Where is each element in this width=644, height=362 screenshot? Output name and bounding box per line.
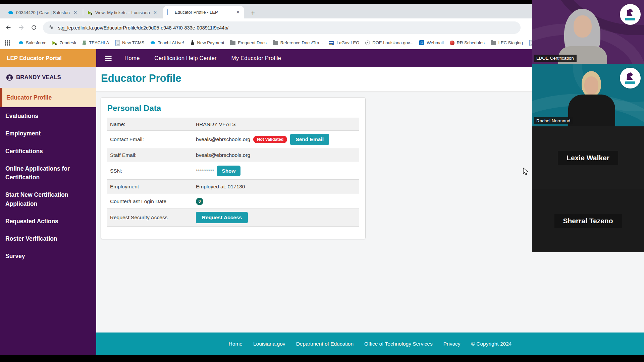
footer-link-office-of-technology[interactable]: Office of Technology Services [364, 341, 433, 347]
user-circle-icon [6, 74, 13, 81]
bookmark-lagov-leo[interactable]: LaGov LEO [326, 39, 362, 47]
row-login-counter: Counter/Last Login Date 0 [107, 194, 359, 209]
video-tile-rachel-normand[interactable]: Rachel Normand [532, 64, 644, 126]
bookmark-teachla[interactable]: TEACHLA [79, 39, 112, 47]
row-contact-email: Contact Email: bveals@ebrschools.org Not… [107, 131, 359, 148]
nav-my-educator-profile[interactable]: My Educator Profile [231, 55, 281, 62]
salesforce-cloud-icon [18, 40, 23, 45]
folder-icon [491, 41, 496, 45]
sidebar-item-employment[interactable]: Employment [0, 125, 96, 142]
footer-link-louisiana-gov[interactable]: Louisiana.gov [253, 341, 285, 347]
tab-close-icon[interactable]: ✕ [153, 10, 158, 15]
tab-zendesk-tickets[interactable]: View: My tickets – Louisiana De ✕ [85, 7, 161, 18]
bookmark-reference-docs[interactable]: Reference Docs/Tra... [270, 39, 326, 47]
person-icon [190, 40, 195, 45]
forward-icon[interactable] [17, 23, 25, 32]
bookmark-teachlalive[interactable]: TeachLALive! [147, 39, 187, 47]
footer-link-department-of-education[interactable]: Department of Education [296, 341, 354, 347]
bookmark-new-tcms[interactable]: New TCMS [112, 39, 147, 47]
footer-copyright: © Copyright 2024 [471, 341, 512, 347]
sidebar-item-evaluations[interactable]: Evaluations [0, 107, 96, 125]
participant-face [574, 15, 592, 38]
participant-shoulders [568, 95, 615, 126]
tab-title: Educator Profile - LEP [175, 10, 233, 15]
lep-document-icon [167, 10, 172, 15]
bookmark-zendesk[interactable]: Zendesk [49, 39, 79, 47]
bookmarks-bar: Salesforce Zendesk TEACHLA New TCMS Teac… [0, 37, 532, 49]
teachla-state-icon [82, 41, 87, 45]
bookmark-webmail[interactable]: O Webmail [416, 39, 446, 47]
request-access-button[interactable]: Request Access [196, 212, 248, 223]
user-name: BRANDY VEALS [16, 74, 61, 81]
sidebar-item-roster-verification[interactable]: Roster Verification [0, 230, 96, 247]
participant-name-label: Rachel Normand [534, 117, 573, 124]
video-call-panel: LDOE Certification Rachel Normand Lexie … [532, 0, 644, 252]
lagov-flag-icon [329, 41, 334, 45]
not-validated-badge: Not Validated [253, 136, 287, 143]
ldoe-logo-icon [620, 68, 641, 88]
document-icon [115, 40, 120, 46]
bookmark-frequent-docs[interactable]: Frequent Docs [227, 39, 269, 47]
video-tile-lexie-walker[interactable]: Lexie Walker [532, 126, 644, 189]
participant-name-label: LDOE Certification [534, 55, 577, 62]
folder-icon [273, 41, 278, 45]
name-value: BRANDY VEALS [196, 121, 236, 127]
tab-close-icon[interactable]: ✕ [235, 10, 240, 15]
tab-close-icon[interactable]: ✕ [73, 10, 78, 15]
tab-title: View: My tickets – Louisiana De [95, 10, 150, 15]
address-bar[interactable]: stg_lep.edlink.la.gov/EducatorProfile/dc… [43, 21, 521, 34]
row-employment: Employment Employed at: 017130 [107, 180, 359, 194]
participant-name-label: Sherral Tezeno [554, 214, 622, 228]
red-ball-icon [450, 41, 454, 45]
tab-salesforce-case[interactable]: 00344420 | Case | Salesforce ✕ [5, 7, 81, 18]
sidebar-item-educator-profile[interactable]: Educator Profile [0, 88, 96, 107]
sidebar-item-start-new-certification[interactable]: Start New Certification Application [0, 186, 86, 213]
salesforce-cloud-icon [150, 40, 155, 45]
outlook-icon: O [419, 40, 424, 45]
hamburger-menu-icon[interactable] [105, 56, 112, 61]
new-tab-button[interactable]: + [248, 8, 258, 18]
card-title: Personal Data [101, 98, 365, 113]
tab-strip: 00344420 | Case | Salesforce ✕ View: My … [0, 4, 532, 18]
url-text: stg_lep.edlink.la.gov/EducatorProfile/dc… [58, 25, 228, 31]
footer-link-privacy[interactable]: Privacy [443, 341, 461, 347]
video-tile-ldoe-certification[interactable]: LDOE Certification [532, 0, 644, 64]
footer-link-home[interactable]: Home [229, 341, 243, 347]
row-staff-email: Staff Email: bveals@ebrschools.org [107, 148, 359, 162]
video-tile-sherral-tezeno[interactable]: Sherral Tezeno [532, 189, 644, 252]
nav-certification-help-center[interactable]: Certification Help Center [154, 55, 216, 62]
bookmark-new-payment[interactable]: New Payment [187, 39, 227, 47]
page-title: Educator Profile [101, 72, 181, 84]
bookmark-doe-louisiana[interactable]: DOE.Louisiana.gov... [362, 39, 416, 47]
site-info-icon[interactable] [48, 24, 54, 31]
participant-name-label: Lexie Walker [558, 151, 618, 165]
portal-brand: LEP Educator Portal [0, 49, 96, 67]
login-counter-badge: 0 [196, 198, 203, 205]
show-ssn-button[interactable]: Show [217, 166, 240, 176]
sidebar-item-online-applications[interactable]: Online Applications for Certification [0, 160, 86, 186]
zendesk-icon [52, 41, 57, 45]
row-security-access: Request Security Access Request Access [107, 209, 359, 227]
zendesk-icon [88, 10, 93, 15]
back-icon[interactable] [4, 23, 13, 32]
reload-icon[interactable] [30, 23, 38, 32]
sidebar-item-requested-actions[interactable]: Requested Actions [0, 213, 96, 230]
sidebar-user: BRANDY VEALS [0, 67, 96, 88]
sidebar-item-survey[interactable]: Survey [0, 247, 96, 265]
ssn-masked-value: ********* [196, 168, 214, 174]
tab-educator-profile[interactable]: Educator Profile - LEP ✕ [163, 6, 244, 18]
bookmark-rr-schedules[interactable]: RR Schedules [447, 39, 488, 47]
sidebar: BRANDY VEALS Educator Profile Evaluation… [0, 67, 96, 355]
send-email-button[interactable]: Send Email [290, 134, 329, 145]
personal-data-card: Personal Data Name: BRANDY VEALS Contact… [101, 97, 366, 239]
folder-icon [230, 41, 235, 45]
row-ssn: SSN: ********* Show [107, 162, 359, 180]
employment-value: Employed at: 017130 [196, 184, 245, 190]
sidebar-item-certifications[interactable]: Certifications [0, 142, 96, 160]
nav-home[interactable]: Home [124, 55, 140, 62]
apps-grid-icon[interactable] [5, 40, 10, 46]
row-name: Name: BRANDY VEALS [107, 118, 359, 131]
bookmark-salesforce[interactable]: Salesforce [15, 39, 49, 47]
bookmark-lec-staging[interactable]: LEC Staging [488, 39, 526, 47]
ldoe-logo-icon [620, 4, 641, 25]
